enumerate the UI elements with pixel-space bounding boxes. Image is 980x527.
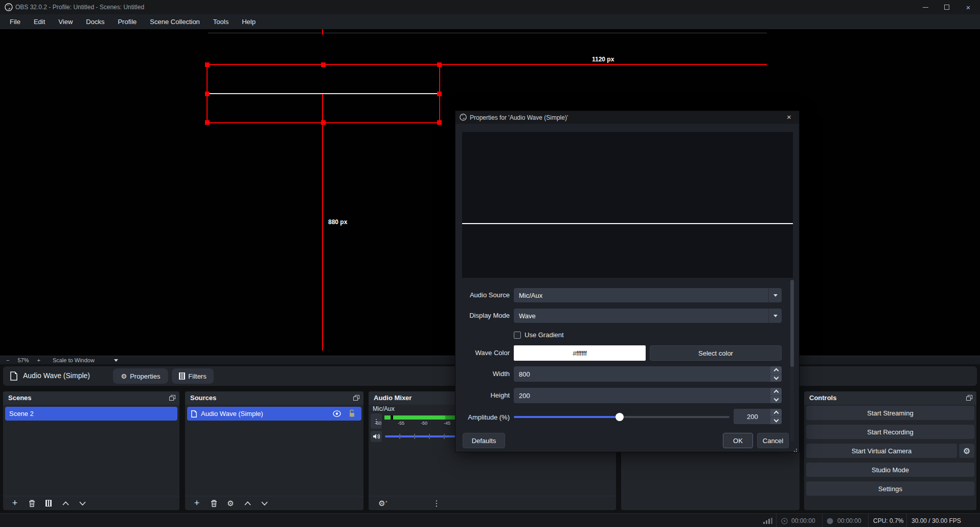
- source-up-button[interactable]: [242, 501, 253, 506]
- mute-speaker-button[interactable]: [371, 431, 382, 442]
- sources-dock-header: Sources: [185, 391, 363, 405]
- mixer-menu-kebab-button[interactable]: ⋮: [431, 499, 442, 508]
- horizontal-distance-guide: [440, 64, 767, 65]
- width-input[interactable]: 800: [514, 366, 782, 382]
- wave-color-value-field[interactable]: #ffffff: [514, 345, 646, 361]
- scene-up-button[interactable]: [60, 501, 71, 506]
- amplitude-label: Amplitude (%): [455, 413, 510, 421]
- start-streaming-button[interactable]: Start Streaming: [806, 406, 974, 420]
- network-signal-icon: [763, 518, 772, 524]
- dialog-close-button[interactable]: ×: [787, 113, 791, 121]
- status-bar: 00:00:00 00:00:00 CPU: 0.7% 30.00 / 30.0…: [0, 513, 980, 527]
- menu-docks[interactable]: Docks: [79, 14, 111, 29]
- add-scene-button[interactable]: +: [10, 498, 20, 509]
- menu-help[interactable]: Help: [235, 14, 262, 29]
- visibility-eye-icon[interactable]: [333, 410, 341, 417]
- handle-e[interactable]: [437, 92, 442, 96]
- menu-scene-collection[interactable]: Scene Collection: [143, 14, 207, 29]
- start-virtual-camera-button[interactable]: Start Virtual Camera: [806, 444, 957, 458]
- meter-tick: -60: [375, 421, 381, 426]
- amplitude-slider-handle[interactable]: [616, 413, 624, 421]
- advanced-audio-button[interactable]: ⚙°: [378, 499, 388, 508]
- maximize-button[interactable]: [940, 2, 954, 12]
- close-button[interactable]: ×: [961, 2, 975, 12]
- settings-button[interactable]: Settings: [806, 481, 974, 496]
- combo-arrow: [768, 309, 782, 323]
- spin-down-button[interactable]: [770, 396, 782, 404]
- fps-indicator: 30.00 / 30.00 FPS: [911, 517, 961, 524]
- start-recording-button[interactable]: Start Recording: [806, 425, 974, 439]
- canvas-top-edge: [208, 33, 767, 33]
- use-gradient-label: Use Gradient: [525, 331, 564, 339]
- remove-scene-button[interactable]: [27, 500, 37, 507]
- menu-view[interactable]: View: [52, 14, 79, 29]
- spin-down-button[interactable]: [770, 375, 782, 382]
- defaults-button[interactable]: Defaults: [463, 433, 505, 448]
- mixer-toolbar: ⚙° ⋮: [369, 496, 616, 510]
- menu-tools[interactable]: Tools: [207, 14, 235, 29]
- handle-n[interactable]: [321, 62, 326, 67]
- scale-mode-caret-icon[interactable]: [114, 359, 118, 362]
- dialog-titlebar[interactable]: Properties for 'Audio Wave (Simple)' ×: [455, 111, 799, 124]
- window-titlebar: OBS 32.0.2 - Profile: Untitled - Scenes:…: [0, 0, 980, 14]
- dialog-scrollbar-handle[interactable]: [790, 280, 794, 367]
- height-input[interactable]: 200: [514, 388, 782, 403]
- handle-sw[interactable]: [205, 120, 210, 125]
- remove-source-button[interactable]: [209, 500, 219, 507]
- select-color-button[interactable]: Select color: [650, 345, 782, 361]
- scene-down-button[interactable]: [77, 501, 87, 506]
- filters-button[interactable]: Filters: [172, 368, 214, 384]
- source-down-button[interactable]: [259, 501, 269, 506]
- handle-nw[interactable]: [205, 62, 210, 67]
- amplitude-input[interactable]: 200: [734, 409, 782, 424]
- combo-arrow: [768, 288, 782, 302]
- zoom-in-button[interactable]: +: [37, 357, 40, 363]
- amplitude-value: 200: [747, 413, 758, 421]
- audio-source-label: Audio Source: [455, 291, 510, 299]
- popout-icon[interactable]: [169, 395, 175, 401]
- use-gradient-checkbox[interactable]: [514, 332, 521, 339]
- menu-file[interactable]: File: [3, 14, 27, 29]
- handle-w[interactable]: [205, 92, 210, 96]
- scene-list-item[interactable]: Scene 2: [5, 407, 177, 421]
- chevron-up-icon: [773, 411, 779, 416]
- popout-icon[interactable]: [966, 395, 972, 401]
- spin-up-button[interactable]: [770, 409, 782, 416]
- handle-se[interactable]: [437, 120, 442, 125]
- zoom-out-button[interactable]: −: [6, 357, 9, 363]
- height-value: 200: [519, 392, 530, 400]
- wave-color-label: Wave Color: [455, 349, 510, 357]
- scale-mode-select[interactable]: Scale to Window: [53, 357, 95, 363]
- cancel-button[interactable]: Cancel: [757, 433, 789, 448]
- filters-icon: [179, 372, 185, 380]
- menu-edit[interactable]: Edit: [27, 14, 52, 29]
- add-source-button[interactable]: +: [192, 498, 202, 509]
- menu-profile[interactable]: Profile: [111, 14, 143, 29]
- ok-button[interactable]: OK: [723, 433, 753, 448]
- spin-up-button[interactable]: [770, 366, 782, 374]
- scene-filters-button[interactable]: [43, 500, 54, 507]
- spin-up-button[interactable]: [770, 388, 782, 396]
- minimize-button[interactable]: [918, 2, 932, 12]
- studio-mode-button[interactable]: Studio Mode: [806, 463, 974, 477]
- caret-down-icon: [773, 315, 778, 317]
- source-properties-button[interactable]: ⚙: [225, 499, 236, 508]
- scenes-title: Scenes: [8, 394, 32, 402]
- display-mode-select[interactable]: Wave: [514, 309, 782, 323]
- source-selection-box[interactable]: [207, 64, 440, 123]
- meter-tick: -50: [421, 421, 427, 426]
- spin-down-button[interactable]: [770, 417, 782, 425]
- width-value: 800: [519, 370, 530, 378]
- properties-button[interactable]: ⚙ Properties: [113, 368, 168, 384]
- virtual-camera-settings-button[interactable]: ⚙: [959, 444, 974, 458]
- audio-source-select[interactable]: Mic/Aux: [514, 288, 782, 302]
- source-item-name: Audio Wave (Simple): [201, 410, 263, 418]
- audio-source-value: Mic/Aux: [519, 292, 542, 299]
- vertical-guide-label: 880 px: [328, 218, 347, 226]
- sources-dock: Sources Audio Wave (Simple) + ⚙: [185, 391, 363, 510]
- source-list-item[interactable]: Audio Wave (Simple): [187, 407, 361, 421]
- properties-dialog: Properties for 'Audio Wave (Simple)' × A…: [455, 111, 800, 452]
- popout-icon[interactable]: [353, 395, 359, 401]
- lock-open-icon[interactable]: [349, 409, 355, 418]
- zoom-level: 57%: [17, 357, 29, 363]
